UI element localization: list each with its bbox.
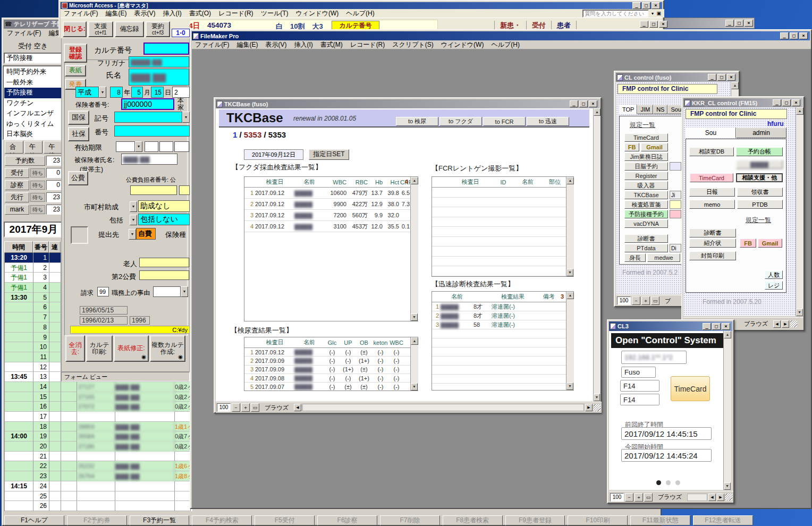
access-menu-1[interactable]: 編集(E) — [105, 9, 126, 18]
cl-button-Jim業務日誌[interactable]: Jim業務日誌 — [624, 152, 668, 161]
support-button[interactable]: 支援 ct+f1 — [88, 21, 113, 37]
visit-type-item-3[interactable]: ワクチン — [4, 98, 61, 109]
filemaker-menu-5[interactable]: レコード(R) — [350, 40, 385, 49]
fcr-scrollbar[interactable]: ▲ ▼ — [566, 177, 574, 276]
pager-dot[interactable] — [666, 480, 671, 485]
minimize-icon[interactable]: _ — [780, 32, 789, 39]
kkr-tab-admin[interactable]: admin — [736, 128, 786, 138]
josei-dropdown[interactable]: ▼ — [130, 201, 137, 212]
schedule-row-18[interactable]: 1828859▇▇▇ ▇▇1歳1ヶ — [5, 422, 192, 432]
fkey-5[interactable]: F5受付 — [255, 515, 315, 525]
access-menu-3[interactable]: 挿入(I) — [163, 9, 181, 18]
hokatsu-dropdown[interactable]: ▼ — [130, 215, 137, 225]
pager-dot-active[interactable] — [656, 480, 661, 485]
set-date-button[interactable]: 指定日SET — [309, 149, 349, 160]
radio-icon[interactable]: ◉ — [141, 354, 146, 360]
name-field[interactable]: ▇▇▇ ▇▇ — [129, 69, 189, 86]
karte-print-button[interactable]: カルテ印刷: — [86, 335, 113, 362]
schedule-row-21[interactable]: 21 — [5, 452, 192, 462]
cl-button-Gmail[interactable]: Gmail — [641, 143, 668, 151]
access-menu-7[interactable]: ウィンドウ(W) — [296, 9, 339, 18]
yuko-combo[interactable] — [116, 141, 135, 152]
cl-button-TimeCard[interactable]: TimeCard — [624, 133, 668, 142]
scroll-right-icon[interactable]: ▶ — [782, 320, 789, 328]
cl-button-吸入器[interactable]: 吸入器 — [624, 181, 668, 190]
resize-grip[interactable] — [725, 494, 732, 500]
cl-tab-NS[interactable]: NS — [653, 105, 667, 114]
scroll-right-icon[interactable]: ▶ — [585, 404, 593, 411]
cl3-f14-field-2[interactable]: F14 — [620, 394, 659, 405]
cl3-titlebar[interactable]: CL3 _ □ × — [609, 321, 732, 331]
minimize-icon[interactable]: _ — [640, 21, 648, 28]
cl-button-検査処置箋[interactable]: 検査処置箋 — [624, 200, 668, 209]
maximize-icon[interactable]: □ — [712, 323, 721, 330]
jinsoku-scrollbar[interactable]: ▲ ▼ — [566, 292, 574, 390]
schedule-row-26[interactable]: 26 — [5, 501, 192, 511]
now-start-field[interactable]: 2017/09/12 14:45:24 — [621, 449, 712, 462]
schedule-row-24[interactable]: 14:1524 — [5, 481, 192, 491]
tkc-nav-button-0[interactable]: to 検尿 — [396, 117, 438, 126]
fkey-2[interactable]: F2予約券 — [67, 515, 127, 525]
kohi-field-1[interactable] — [130, 185, 177, 195]
cl-button-Register[interactable]: Register — [624, 172, 668, 180]
cl-button-vacDYNA[interactable]: vacDYNA — [624, 219, 668, 228]
visit-type-item-1[interactable]: 一般外来 — [4, 78, 61, 88]
multi-karte-button[interactable]: 複数カルテ作成: ◉ — [150, 335, 185, 362]
minimize-icon[interactable]: _ — [773, 99, 781, 106]
schedule-row-20[interactable]: 2027186▇▇▇ ▇▇0歳2ヶ — [5, 442, 192, 452]
jinsoku-row-3[interactable]: 3▇▇▇▇58溶連菌(-) — [432, 320, 573, 329]
scroll-up-icon[interactable]: ▲ — [731, 82, 739, 89]
close-icon[interactable]: × — [589, 100, 597, 107]
summary-tab-1[interactable]: 午前 — [24, 141, 43, 154]
scroll-down-icon[interactable]: ▼ — [594, 394, 600, 401]
teishutsu-dropdown[interactable]: ▼ — [129, 229, 136, 240]
yuko-day-field[interactable] — [174, 141, 189, 152]
kkr-nippo-button[interactable]: 日報 — [689, 188, 735, 197]
maximize-icon[interactable]: □ — [642, 2, 650, 9]
kkr-redacted-button[interactable]: ▇▇▇▇ — [736, 160, 783, 169]
fukuda-row-2[interactable]: 22017.09.12▇▇▇▇9900422万12.938.07.3 — [244, 199, 418, 210]
yuko-dropdown[interactable]: ▼ — [135, 141, 142, 152]
close-icon[interactable]: × — [659, 21, 667, 28]
kenyou-row-4[interactable]: 42017.09.08▇▇▇▇(-)(-)(1+)(-)(-) — [244, 374, 418, 383]
kkr-fb-button[interactable]: FB — [740, 239, 756, 248]
kkr-tab-Sou[interactable]: Sou — [686, 128, 736, 138]
fkey-11[interactable]: F11最新状態 — [630, 515, 690, 525]
register-confirm-button[interactable]: 登録 確認 — [64, 44, 87, 63]
cl-button-stub[interactable] — [670, 162, 681, 171]
cl-button-stub[interactable] — [670, 210, 681, 218]
summary-tab-2[interactable]: 午後 — [44, 141, 62, 154]
horizontal-scrollbar[interactable] — [687, 494, 707, 501]
target-date-field[interactable]: 2017年09月12日 — [244, 149, 303, 160]
access-menu-8[interactable]: ヘルプ(H) — [346, 9, 375, 18]
access-menu-5[interactable]: レコード(R) — [218, 9, 253, 18]
access-menu-4[interactable]: 書式(O) — [189, 9, 211, 18]
fkey-7[interactable]: F7削除 — [380, 515, 440, 525]
tkcbase-titlebar[interactable]: TKCBase (fuso) _ □ × — [216, 99, 599, 108]
close-icon[interactable]: × — [792, 99, 800, 106]
schedule-row-17[interactable]: 17 — [5, 412, 192, 422]
kkr-futo-print-button[interactable]: 封筒印刷 — [689, 251, 736, 260]
schedule-row-23[interactable]: 2326764▇▇▇ ▇▇1歳8ヶ — [5, 471, 192, 481]
schedule-row-16[interactable]: 1627072▇▇▇ ▇▇0歳2ヶ — [5, 402, 192, 412]
access-menu-0[interactable]: ファイル(F) — [64, 9, 98, 18]
minimize-icon[interactable]: _ — [725, 20, 734, 27]
karte-number-field[interactable] — [143, 43, 189, 55]
cl-tab-JIM[interactable]: JIM — [637, 105, 653, 114]
scroll-up-icon[interactable]: ▲ — [724, 331, 731, 338]
birth-year-field[interactable]: 8 — [110, 87, 123, 98]
rojin-field[interactable] — [139, 258, 189, 267]
kkr-vscrollbar[interactable]: ▲ ▼ — [796, 107, 803, 316]
schedule-row-15[interactable]: 1527165▇▇▇ ▇▇0歳2ヶ — [5, 392, 192, 402]
kkr-gmail-button[interactable]: Gmail — [758, 239, 782, 248]
resize-grip[interactable] — [594, 404, 600, 411]
maximize-icon[interactable]: □ — [649, 21, 658, 28]
scroll-down-icon[interactable]: ▼ — [566, 383, 573, 390]
tkc-nav-button-1[interactable]: to フクダ — [439, 117, 482, 126]
kkr-ptdb-button[interactable]: PTDB — [737, 200, 783, 209]
scroll-left-icon[interactable]: ◀ — [773, 320, 781, 328]
window-grid-icon[interactable]: ▣ — [656, 11, 661, 16]
yuko-month-field[interactable] — [159, 141, 173, 152]
scroll-up-icon[interactable]: ▲ — [566, 177, 574, 184]
close-icon[interactable]: × — [799, 32, 808, 39]
